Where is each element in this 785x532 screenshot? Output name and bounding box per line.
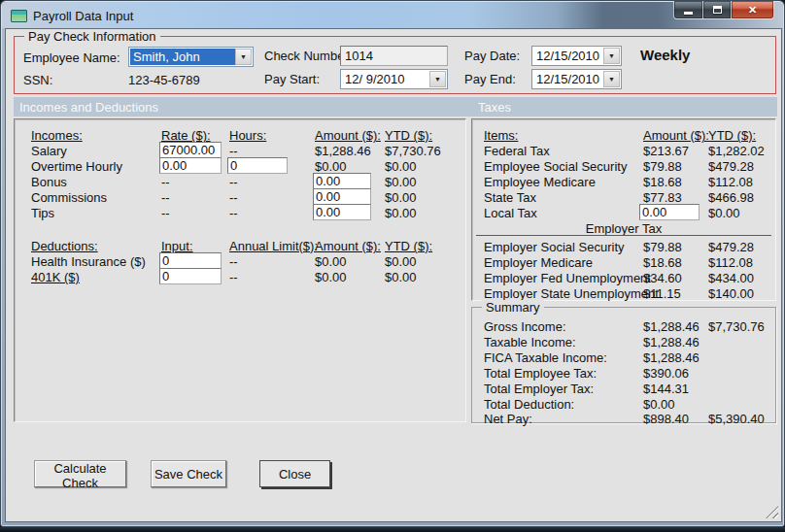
tax-row-employer-fed-unemployment: Employer Fed Unemployment $34.60 $434.00 [472,271,775,286]
summary-amount: $1,288.46 [643,335,700,349]
summary-label: Taxable Income: [484,335,576,349]
deductions-col-input: Input: [161,239,193,253]
pay-date-picker[interactable]: 12/15/2010 ▼ [531,46,622,66]
income-rate: -- [161,190,170,205]
save-check-button[interactable]: Save Check [151,460,226,487]
section-header-bar: Incomes and Deductions Taxes [14,97,777,116]
chevron-down-icon: ▼ [608,52,615,59]
check-number-field[interactable]: 1014 [340,46,448,66]
income-row-tips: Tips -- -- $0.00 [15,206,465,221]
commissions-amount-input[interactable] [313,188,371,205]
summary-label: Net Pay: [484,412,532,426]
summary-label: Gross Income: [484,319,566,334]
tax-ytd: $140.00 [708,286,754,301]
income-hours: -- [229,175,238,189]
pay-end-dropdown-button[interactable]: ▼ [603,71,620,87]
resize-grip[interactable] [766,506,778,518]
title-bar[interactable]: Payroll Data Input [2,2,783,28]
summary-amount: $144.31 [643,382,689,396]
overtime-hours-input[interactable] [227,157,288,174]
health-insurance-input[interactable] [159,252,222,269]
deduction-row-health-insurance: Health Insurance ($) -- $0.00 $0.00 [15,254,465,270]
pay-end-picker[interactable]: 12/15/2010 ▼ [531,69,622,89]
summary-amount: $390.06 [643,366,689,381]
pay-date-dropdown-button[interactable]: ▼ [603,48,620,64]
calculate-check-button[interactable]: Calculate Check [34,460,126,487]
tax-ytd: $112.08 [708,175,753,189]
income-row-overtime: Overtime Hourly $0.00 $0.00 [15,159,465,175]
desktop-edge [0,527,785,532]
employer-tax-header: Employer Tax [586,221,663,236]
incomes-col-hours: Hours: [229,128,266,143]
employer-tax-divider [476,235,771,236]
tax-ytd: $479.28 [708,240,754,254]
income-label: Salary [31,144,67,158]
income-rate: -- [161,175,170,189]
summary-amount: $898.40 [643,412,689,426]
window-controls: ✕ [673,1,774,19]
income-ytd: $7,730.76 [385,144,441,158]
deduction-limit: -- [229,254,238,269]
local-tax-input[interactable] [639,204,700,220]
deductions-col-amount: Amount ($): [315,239,381,253]
app-icon [11,10,27,22]
summary-amount: $0.00 [643,397,675,412]
tax-row-federal: Federal Tax $213.67 $1,282.02 [472,144,775,159]
income-ytd: $0.00 [385,159,417,174]
employee-name-combobox[interactable]: Smith, John ▼ [128,47,254,67]
summary-label: Total Employee Tax: [484,366,597,381]
income-amount: $0.00 [315,159,347,174]
employee-name-value: Smith, John [130,49,235,65]
tax-label: State Tax [484,190,536,205]
bonus-amount-input[interactable] [313,173,371,189]
minimize-button[interactable] [673,1,702,19]
tax-ytd: $466.98 [708,190,754,205]
taxes-col-amount: Amount ($): [643,128,709,143]
deductions-col-ytd: YTD ($): [385,239,432,253]
tax-label: Employer Social Security [484,240,625,254]
tax-amount: $77.83 [643,190,682,205]
income-amount: $1,288.46 [315,144,371,158]
ssn-label: SSN: [23,73,52,87]
deduction-401k-link[interactable]: 401K ($) [31,270,80,284]
taxes-col-ytd: YTD ($): [708,128,756,143]
k401-input[interactable] [159,268,222,284]
pay-frequency-text: Weekly [640,47,690,63]
income-hours: -- [229,144,238,158]
summary-amount: $1,288.46 [643,319,700,334]
close-button[interactable]: Close [259,460,330,487]
overtime-rate-input[interactable] [159,157,222,174]
incomes-col-item: Incomes: [31,128,83,143]
taxes-header-row: Items: Amount ($): YTD ($): [472,128,775,144]
maximize-button[interactable] [702,1,732,19]
tax-amount: $18.68 [643,175,682,189]
summary-row-total-employer-tax: Total Employer Tax: $144.31 [472,382,775,397]
income-label: Commissions [31,190,107,205]
deduction-amount: $0.00 [315,270,347,284]
tax-row-employee-medicare: Employee Medicare $18.68 $112.08 [472,175,775,190]
window-title: Payroll Data Input [33,9,133,23]
income-label: Overtime Hourly [31,159,122,174]
check-number-label: Check Number: [264,49,352,63]
tax-row-state: State Tax $77.83 $466.98 [472,190,775,206]
tax-ytd: $112.08 [708,255,753,270]
tax-row-employee-social-security: Employee Social Security $79.88 $479.28 [472,159,775,175]
tax-row-employer-medicare: Employer Medicare $18.68 $112.08 [472,255,775,271]
income-ytd: $0.00 [385,175,417,189]
close-window-button[interactable]: ✕ [732,1,774,19]
pay-start-value: 12/ 9/2010 [342,71,429,87]
tax-label: Employee Social Security [484,159,627,174]
tax-label: Employee Medicare [484,175,596,189]
deduction-label: Health Insurance ($) [31,254,146,269]
employee-name-dropdown-button[interactable]: ▼ [235,49,252,65]
summary-ytd: $7,730.76 [708,319,765,334]
tax-row-employer-social-security: Employer Social Security $79.88 $479.28 [472,240,775,255]
summary-row-fica-taxable-income: FICA Taxable Income: $1,288.46 [472,350,775,366]
tips-amount-input[interactable] [313,204,371,220]
tax-amount: $11.15 [643,286,681,301]
pay-start-dropdown-button[interactable]: ▼ [429,71,446,87]
deduction-ytd: $0.00 [385,254,417,269]
chevron-down-icon: ▼ [608,76,615,83]
pay-start-picker[interactable]: 12/ 9/2010 ▼ [340,69,448,89]
salary-rate-input[interactable] [159,142,222,158]
